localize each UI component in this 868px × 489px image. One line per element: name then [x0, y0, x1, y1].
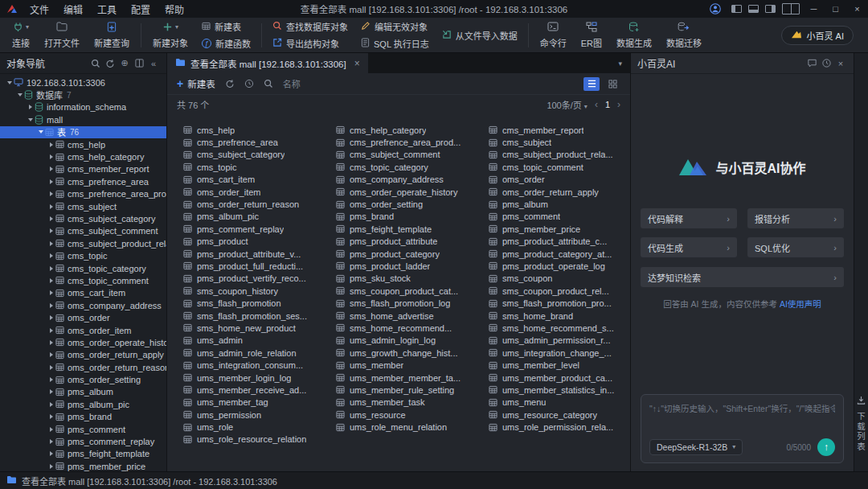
- locate-icon[interactable]: ⊕: [118, 57, 131, 70]
- tree-item-table[interactable]: cms_topic_category: [0, 262, 166, 274]
- table-item[interactable]: ums_role_menu_relation: [336, 421, 489, 433]
- cmdline-button[interactable]: 命令行: [533, 18, 574, 52]
- caret-right-icon[interactable]: [47, 389, 55, 394]
- caret-down-icon[interactable]: [36, 130, 45, 134]
- new-table-action-button[interactable]: + 新建表: [177, 77, 215, 90]
- tree-item-connection[interactable]: 192.168.3.101:3306: [0, 76, 166, 88]
- caret-right-icon[interactable]: [47, 166, 55, 171]
- caret-right-icon[interactable]: [47, 451, 55, 456]
- model-select[interactable]: DeepSeek-R1-32B ▾: [649, 439, 743, 455]
- table-item[interactable]: pms_member_price: [489, 223, 630, 235]
- chat-icon[interactable]: [805, 57, 818, 70]
- tree-item-table[interactable]: pms_feight_template: [0, 448, 166, 460]
- knowledge-search-button[interactable]: 达梦知识检索 ›: [641, 267, 844, 287]
- caret-right-icon[interactable]: [47, 340, 55, 345]
- table-item[interactable]: oms_company_address: [336, 174, 489, 186]
- table-item[interactable]: ums_role_resource_relation: [183, 434, 336, 446]
- table-item[interactable]: ums_member_member_ta...: [336, 372, 489, 384]
- table-item[interactable]: ums_integration_consum...: [183, 359, 336, 371]
- tree-item-table[interactable]: cms_subject_product_relation: [0, 237, 166, 249]
- table-item[interactable]: pms_product_ladder: [336, 260, 489, 272]
- table-item[interactable]: cms_topic: [183, 161, 336, 173]
- menu-item[interactable]: 文件: [23, 0, 56, 18]
- table-item[interactable]: pms_product_operate_log: [489, 260, 630, 272]
- tree-item-table[interactable]: oms_company_address: [0, 299, 166, 311]
- table-item[interactable]: sms_flash_promotion_log: [336, 297, 489, 309]
- table-item[interactable]: ums_member_rule_setting: [336, 384, 489, 396]
- table-item[interactable]: pms_product_full_reducti...: [183, 260, 336, 272]
- find-db-object-button[interactable]: 查找数据库对象: [272, 20, 348, 33]
- caret-right-icon[interactable]: [47, 427, 55, 432]
- export-struct-button[interactable]: 导出结构对象: [272, 37, 348, 50]
- search-icon[interactable]: [89, 57, 102, 70]
- caret-right-icon[interactable]: [47, 142, 55, 147]
- caret-right-icon[interactable]: [47, 216, 55, 221]
- columns-icon[interactable]: [133, 57, 145, 70]
- tree-item-table[interactable]: oms_order_return_reason: [0, 361, 166, 373]
- table-item[interactable]: cms_topic_comment: [489, 161, 630, 173]
- refresh-icon[interactable]: [104, 57, 117, 70]
- tree-item-table[interactable]: pms_comment_replay: [0, 435, 166, 447]
- toggle-bottom-panel-icon[interactable]: [748, 5, 759, 13]
- history-icon[interactable]: [820, 57, 833, 70]
- menu-item[interactable]: 帮助: [158, 0, 191, 18]
- auto-refresh-icon[interactable]: [244, 79, 254, 88]
- table-item[interactable]: sms_coupon_history: [183, 285, 336, 297]
- ai-assistant-button[interactable]: 小百灵 AI: [781, 26, 854, 45]
- caret-right-icon[interactable]: [47, 402, 55, 407]
- new-table-button[interactable]: 新建表: [202, 20, 251, 33]
- caret-right-icon[interactable]: [47, 315, 55, 320]
- table-item[interactable]: ums_menu: [489, 397, 630, 409]
- tree-item-table[interactable]: cms_member_report: [0, 163, 166, 175]
- tree-item-table[interactable]: cms_help: [0, 138, 166, 150]
- table-item[interactable]: pms_product_vertify_reco...: [183, 273, 336, 285]
- table-item[interactable]: pms_album: [489, 198, 630, 210]
- table-item[interactable]: oms_order_setting: [336, 198, 489, 210]
- tree-item-schema[interactable]: mall: [0, 113, 166, 125]
- table-item[interactable]: ums_role: [183, 421, 336, 433]
- table-item[interactable]: ums_role_permission_rela...: [489, 421, 630, 433]
- toggle-right-panel-icon[interactable]: [765, 5, 776, 13]
- caret-right-icon[interactable]: [47, 352, 55, 357]
- new-object-button[interactable]: ▾ 新建对象: [145, 18, 195, 52]
- table-item[interactable]: pms_brand: [336, 211, 489, 223]
- table-item[interactable]: sms_flash_promotion_pro...: [489, 297, 630, 309]
- refresh-icon[interactable]: [225, 79, 235, 88]
- tree-item-table[interactable]: pms_album_pic: [0, 398, 166, 410]
- tree-item-table[interactable]: cms_help_category: [0, 150, 166, 162]
- caret-right-icon[interactable]: [47, 365, 55, 370]
- tree-item-table[interactable]: cms_topic_comment: [0, 274, 166, 286]
- caret-right-icon[interactable]: [47, 253, 55, 258]
- menu-item[interactable]: 工具: [90, 0, 124, 18]
- caret-down-icon[interactable]: [15, 93, 24, 97]
- table-item[interactable]: sms_home_brand: [489, 310, 630, 322]
- tab-list-caret-icon[interactable]: ▾: [610, 53, 630, 73]
- caret-right-icon[interactable]: [47, 414, 55, 419]
- minimize-button[interactable]: ─: [803, 0, 825, 18]
- caret-right-icon[interactable]: [47, 154, 55, 159]
- table-item[interactable]: ums_member_receive_ad...: [183, 384, 336, 396]
- ai-quick-button[interactable]: 报错分析›: [747, 208, 844, 228]
- table-item[interactable]: oms_order_operate_history: [336, 186, 489, 198]
- caret-right-icon[interactable]: [47, 204, 55, 209]
- grid-view-toggle[interactable]: [604, 77, 620, 91]
- table-item[interactable]: ums_admin_login_log: [336, 335, 489, 347]
- toggle-layout-icon[interactable]: [782, 3, 800, 14]
- table-item[interactable]: ums_member: [336, 359, 489, 371]
- close-panel-icon[interactable]: ×: [834, 57, 847, 70]
- ai-quick-button[interactable]: SQL优化›: [747, 237, 844, 257]
- search-name-placeholder[interactable]: 名称: [283, 77, 301, 90]
- table-item[interactable]: sms_coupon_product_rel...: [489, 285, 630, 297]
- table-item[interactable]: pms_product_attribute_v...: [183, 248, 336, 260]
- table-item[interactable]: sms_coupon_product_cat...: [336, 285, 489, 297]
- table-item[interactable]: sms_home_new_product: [183, 322, 336, 334]
- next-page-button[interactable]: ›: [617, 99, 620, 110]
- table-item[interactable]: cms_member_report: [489, 124, 630, 136]
- table-item[interactable]: oms_order_return_reason: [183, 198, 336, 210]
- tree-item-table[interactable]: oms_order_item: [0, 324, 166, 336]
- toggle-left-panel-icon[interactable]: [731, 5, 742, 13]
- tree-item-table[interactable]: cms_topic: [0, 249, 166, 261]
- connect-button[interactable]: ▾ 连接: [5, 18, 37, 52]
- caret-right-icon[interactable]: [47, 464, 55, 469]
- caret-right-icon[interactable]: [47, 377, 55, 382]
